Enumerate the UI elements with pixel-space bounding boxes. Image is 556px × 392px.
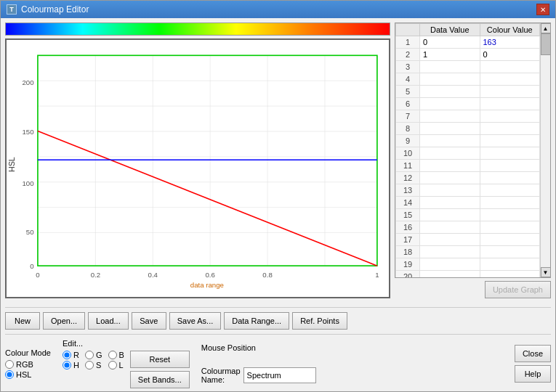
r-radio[interactable] (63, 351, 71, 359)
scroll-thumb[interactable] (541, 33, 551, 55)
options-row: Colour Mode RGB HSL Edit... (5, 339, 551, 388)
colour-value-cell[interactable] (480, 61, 540, 73)
table-row[interactable]: 13 (396, 184, 540, 197)
table-row[interactable]: 12 (396, 172, 540, 184)
g-radio[interactable] (85, 351, 94, 359)
colour-value-cell[interactable] (480, 197, 540, 209)
col-header-data-value: Data Value (420, 24, 480, 36)
colour-value-cell[interactable] (480, 246, 540, 258)
colour-value-cell[interactable] (480, 110, 540, 123)
new-button[interactable]: New (5, 312, 40, 330)
data-value-cell[interactable] (420, 184, 480, 197)
colour-value-cell[interactable] (480, 209, 540, 221)
update-graph-button[interactable]: Update Graph (485, 281, 551, 298)
h-radio-label[interactable]: H (63, 361, 79, 369)
rgb-radio-label[interactable]: RGB (5, 360, 51, 369)
set-bands-button[interactable]: Set Bands... (130, 371, 190, 388)
l-radio[interactable] (108, 361, 117, 369)
data-value-cell[interactable]: 0 (420, 36, 480, 49)
data-value-cell[interactable] (420, 246, 480, 258)
save-as-button[interactable]: Save As... (169, 312, 222, 330)
load-button[interactable]: Load... (88, 312, 129, 330)
data-value-cell[interactable] (420, 197, 480, 209)
colour-value-cell[interactable] (480, 172, 540, 184)
table-row[interactable]: 19 (396, 258, 540, 271)
close-button[interactable]: Close (515, 345, 551, 362)
colour-value-cell[interactable] (480, 184, 540, 197)
table-row[interactable]: 20 (396, 271, 540, 278)
table-row[interactable]: 15 (396, 209, 540, 221)
colour-value-cell[interactable] (480, 221, 540, 234)
colour-value-cell[interactable] (480, 86, 540, 98)
table-row[interactable]: 18 (396, 246, 540, 258)
table-row[interactable]: 3 (396, 61, 540, 73)
table-scrollbar[interactable]: ▲ ▼ (540, 23, 550, 277)
data-value-cell[interactable] (420, 271, 480, 278)
colour-value-cell[interactable] (480, 135, 540, 147)
data-value-cell[interactable] (420, 258, 480, 271)
save-button[interactable]: Save (132, 312, 166, 330)
colour-value-cell[interactable] (480, 98, 540, 110)
help-button[interactable]: Help (515, 365, 551, 383)
g-radio-label[interactable]: G (85, 351, 102, 359)
data-value-cell[interactable] (420, 172, 480, 184)
title-bar-controls: ✕ (536, 4, 549, 15)
hsl-radio[interactable] (5, 370, 14, 379)
colour-value-cell[interactable] (480, 271, 540, 278)
s-radio-label[interactable]: S (85, 361, 102, 369)
ref-points-button[interactable]: Ref. Points (292, 312, 347, 330)
data-value-cell[interactable] (420, 98, 480, 110)
table-row[interactable]: 6 (396, 98, 540, 110)
data-value-cell[interactable]: 1 (420, 49, 480, 61)
data-value-cell[interactable] (420, 86, 480, 98)
r-radio-label[interactable]: R (63, 351, 79, 359)
b-radio-label[interactable]: B (108, 351, 124, 359)
colour-value-cell[interactable] (480, 123, 540, 135)
table-row[interactable]: 10 (396, 147, 540, 160)
data-range-button[interactable]: Data Range... (224, 312, 289, 330)
open-button[interactable]: Open... (43, 312, 85, 330)
data-value-cell[interactable] (420, 147, 480, 160)
bottom-bar: New Open... Load... Save Save As... Data… (1, 303, 555, 391)
table-row[interactable]: 14 (396, 197, 540, 209)
colour-value-cell[interactable] (480, 160, 540, 172)
table-row[interactable]: 5 (396, 86, 540, 98)
close-window-button[interactable]: ✕ (536, 4, 549, 15)
table-row[interactable]: 4 (396, 73, 540, 86)
data-value-cell[interactable] (420, 110, 480, 123)
h-radio[interactable] (63, 361, 71, 369)
s-radio[interactable] (85, 361, 94, 369)
table-row[interactable]: 11 (396, 160, 540, 172)
rgb-radio[interactable] (5, 360, 14, 369)
table-row[interactable]: 8 (396, 123, 540, 135)
l-radio-label[interactable]: L (108, 361, 124, 369)
colour-value-cell[interactable] (480, 234, 540, 246)
table-scroll[interactable]: Data Value Colour Value 1016321034567891… (395, 23, 540, 277)
edit-label: Edit... (63, 339, 190, 348)
scroll-up-button[interactable]: ▲ (541, 23, 551, 33)
data-value-cell[interactable] (420, 73, 480, 86)
colour-value-cell[interactable] (480, 258, 540, 271)
table-row[interactable]: 210 (396, 49, 540, 61)
colour-value-cell[interactable]: 163 (480, 36, 540, 49)
scroll-down-button[interactable]: ▼ (541, 267, 551, 277)
data-value-cell[interactable] (420, 160, 480, 172)
data-value-cell[interactable] (420, 209, 480, 221)
table-row[interactable]: 7 (396, 110, 540, 123)
table-row[interactable]: 17 (396, 234, 540, 246)
colour-value-cell[interactable] (480, 147, 540, 160)
reset-button[interactable]: Reset (130, 351, 190, 368)
colour-value-cell[interactable] (480, 73, 540, 86)
table-row[interactable]: 16 (396, 221, 540, 234)
colormap-name-input[interactable] (243, 367, 316, 383)
data-value-cell[interactable] (420, 61, 480, 73)
data-value-cell[interactable] (420, 234, 480, 246)
table-row[interactable]: 10163 (396, 36, 540, 49)
hsl-radio-label[interactable]: HSL (5, 370, 51, 379)
table-row[interactable]: 9 (396, 135, 540, 147)
data-value-cell[interactable] (420, 135, 480, 147)
data-value-cell[interactable] (420, 221, 480, 234)
b-radio[interactable] (108, 351, 117, 359)
data-value-cell[interactable] (420, 123, 480, 135)
colour-value-cell[interactable]: 0 (480, 49, 540, 61)
